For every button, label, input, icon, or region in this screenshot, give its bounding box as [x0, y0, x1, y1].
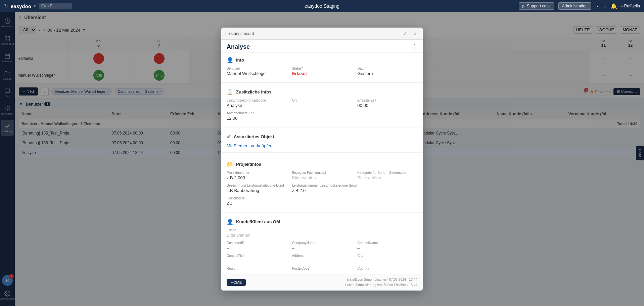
kunde-icon: 👤: [227, 219, 233, 225]
home-button[interactable]: HOME: [227, 279, 246, 286]
region-value: –: [227, 271, 287, 274]
modal-header: Analyse ⋮: [221, 40, 423, 53]
zusatz-section: 📋 Zusätzliche Infos Leistungsrecord-Kate…: [221, 85, 423, 125]
dropdown-arrow[interactable]: ▾: [34, 4, 36, 8]
zusatz-icon: 📋: [227, 89, 233, 95]
datum-label: Datum: [357, 67, 417, 70]
kunde-detail-fields: CustomerID – CompanyName – ContactName –…: [227, 241, 417, 274]
kategorie-label: Leistungsrecord-Kategorie: [227, 99, 287, 102]
modal-title: Analyse: [227, 43, 250, 50]
modal-titlebar: Leistungsrecord ⤢ ×: [221, 28, 423, 40]
modal-footer: HOME Erstellt von Simon Lüscher | 07.05.…: [221, 274, 423, 291]
global-search-input[interactable]: [39, 3, 72, 9]
datum-field: Datum Gestern: [357, 67, 417, 76]
projektnummer-value: z.B 2.003: [227, 175, 287, 180]
kunde-section: 👤 Kunde/Klient aus OM Kunde Bitte wählen…: [221, 215, 423, 274]
contactname-label: ContactName: [357, 241, 417, 245]
kunde-label: Kunde: [227, 228, 417, 232]
contacttitle-value: –: [227, 258, 287, 263]
modal-body: 👤 Info Benutzer Manuel Wullschleger Stat…: [221, 53, 423, 274]
support-case-button[interactable]: ▷ Support case: [519, 2, 554, 10]
erfasste-zeit-value: 00:00: [357, 103, 417, 108]
kategorie-value: Analyse: [227, 103, 287, 108]
assoziiert-icon: ✔: [227, 133, 231, 140]
city-value: –: [357, 258, 417, 263]
topbar-left: ↻ easydoo ▾: [4, 3, 519, 9]
projekt-fields: Projektnummer z.B 2.003 Bezug zu Fachkon…: [227, 171, 417, 206]
refresh-icon[interactable]: ↻: [4, 3, 8, 9]
created-by: Erstellt von Simon Lüscher | 07.05.2024 …: [345, 277, 417, 282]
address-value: –: [292, 258, 352, 263]
benutzer-label: Benutzer: [227, 67, 287, 70]
info-section-title: Info: [236, 58, 244, 63]
contacttitle-field: ContactTitle –: [227, 254, 287, 263]
separator-1: [221, 82, 423, 83]
status-label: Status*: [292, 67, 352, 70]
zusatz-section-title: Zusätzliche Infos: [236, 89, 271, 94]
erfasste-zeit-label: Erfasste Zeit: [357, 99, 417, 102]
kunde-value: Bitte wählen: [227, 233, 417, 238]
ort-label: Ort: [292, 99, 352, 102]
modal-footer-nav: HOME: [227, 279, 246, 286]
country-label: Country: [357, 267, 417, 270]
modal-footer-info: Erstellt von Simon Lüscher | 07.05.2024 …: [345, 277, 417, 288]
app-logo: easydoo: [11, 3, 31, 9]
info-section-header: 👤 Info: [227, 57, 417, 63]
projekt-section: 📁 Projektinfos Projektnummer z.B 2.003 B…: [221, 157, 423, 210]
country-value: –: [357, 271, 417, 274]
projektnummer-field: Projektnummer z.B 2.003: [227, 171, 287, 180]
bezeichnung-value: z.B Bauberatung: [227, 188, 287, 193]
administration-button[interactable]: Administration: [558, 2, 591, 10]
customerid-value: –: [227, 245, 287, 251]
projektnummer-label: Projektnummer: [227, 171, 287, 175]
kunde-main-field: Kunde Bitte wählen: [227, 228, 417, 238]
separator-2: [221, 127, 423, 127]
modal-expand-button[interactable]: ⤢: [401, 30, 409, 37]
postalcode-value: –: [292, 271, 352, 274]
postalcode-label: PostalCode: [292, 267, 352, 270]
topbar-right: ▷ Support case Administration ⋮ ↓ 🔔 ▾ Ra…: [519, 2, 640, 10]
modal-menu-button[interactable]: ⋮: [411, 43, 417, 50]
modal-titlebar-text: Leistungsrecord: [225, 31, 254, 36]
info-section: 👤 Info Benutzer Manuel Wullschleger Stat…: [221, 53, 423, 80]
bezug-field[interactable]: Bezug zu Fachkonzept Bitte wählen: [292, 171, 352, 180]
customerid-label: CustomerID: [227, 241, 287, 245]
chevron-down-icon: ▾: [621, 4, 623, 8]
abrechenbare-zeit-value: 12:00: [227, 116, 287, 121]
status-field[interactable]: Status* Erfasst: [292, 67, 352, 76]
updated-by: Letzte Aktualisierung von Simon Lüscher …: [345, 282, 417, 288]
bezeichnung-label: Bezeichnung Leistungskategorie Bund: [227, 184, 287, 187]
region-label: Region: [227, 267, 287, 270]
info-fields: Benutzer Manuel Wullschleger Status* Erf…: [227, 67, 417, 76]
modal-close-button[interactable]: ×: [411, 30, 419, 37]
kategorie-field: Leistungsrecord-Kategorie Analyse: [227, 99, 287, 108]
download-icon[interactable]: ↓: [604, 3, 606, 9]
projekt-section-title: Projektinfos: [236, 162, 261, 167]
kunde-field[interactable]: Kunde Bitte wählen: [227, 228, 417, 238]
notifications-icon[interactable]: 🔔: [610, 3, 617, 9]
erfasste-zeit-field: Erfasste Zeit 00:00: [357, 99, 417, 108]
modal-overlay: Leistungsrecord ⤢ × Analyse ⋮ 👤 Info Ben: [0, 12, 644, 306]
projekt-icon: 📁: [227, 161, 233, 167]
companyname-value: –: [292, 245, 352, 251]
contacttitle-label: ContactTitle: [227, 254, 287, 258]
status-value: Erfasst: [292, 71, 352, 76]
kategorie-bund-field[interactable]: Kategorie für Bund = Steuercode Bitte wä…: [357, 171, 417, 180]
abrechenbare-zeit-label: Abrechenbare Zeit: [227, 111, 287, 115]
separator-4: [221, 212, 423, 213]
zusatz-section-header: 📋 Zusätzliche Infos: [227, 89, 417, 95]
leistungsnummer-field: Leistungsnummer Leistungskategorie Bund …: [292, 184, 417, 193]
leistungsrecord-modal: Leistungsrecord ⤢ × Analyse ⋮ 👤 Info Ben: [221, 28, 423, 291]
datum-value: Gestern: [357, 71, 417, 76]
user-menu[interactable]: ▾ Raffaella: [621, 4, 640, 8]
mit-element-button[interactable]: Mit Element verknüpfen: [227, 143, 273, 148]
bezug-value: Bitte wählen: [292, 175, 352, 180]
more-options-icon[interactable]: ⋮: [595, 4, 600, 9]
city-label: City: [357, 254, 417, 258]
info-icon: 👤: [227, 57, 233, 63]
modal-titlebar-icons: ⤢ ×: [401, 30, 419, 37]
address-label: Address: [292, 254, 352, 258]
bezug-label: Bezug zu Fachkonzept: [292, 171, 352, 175]
play-icon: ▷: [522, 4, 525, 8]
kostenstelle-field: Kostenstelle ZD: [227, 196, 287, 206]
